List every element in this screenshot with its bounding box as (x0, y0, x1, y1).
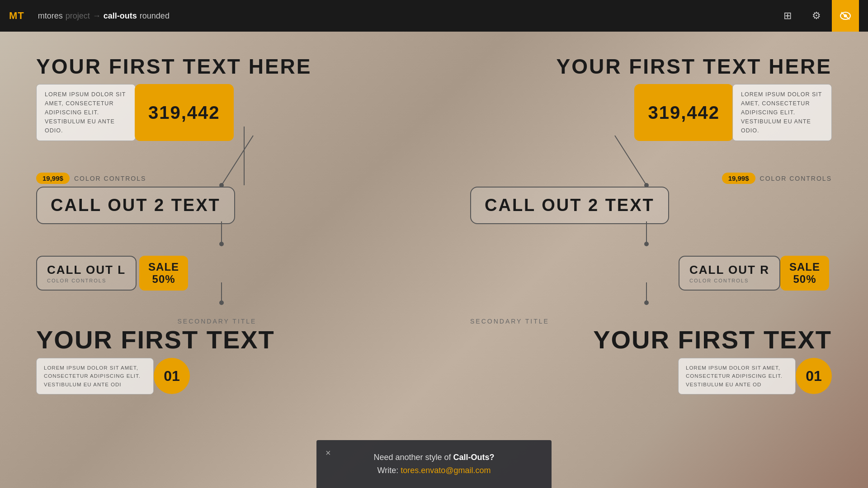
breadcrumb-callouts: call-outs (104, 11, 137, 21)
right-callout3-main: CALL OUT R (689, 263, 769, 277)
right-top-number: 319,442 (634, 84, 733, 141)
right-callout3: SALE 50% CALL OUT R COLOR CONTROLS (470, 256, 832, 291)
left-top-title: YOUR FIRST TEXT HERE (36, 54, 398, 79)
left-bottom-callout: SECONDARY TITLE YOUR FIRST TEXT LOREM IP… (36, 318, 398, 394)
left-price-badge: 19,99$ (36, 173, 70, 184)
add-button[interactable]: ⊞ (774, 0, 801, 32)
left-bottom-number: 01 (154, 358, 190, 394)
breadcrumb: mtores project → call-outs rounded (38, 11, 170, 21)
left-top-description: LOREM IPSUM DOLOR SIT AMET, CONSECTETUR … (36, 84, 136, 141)
breadcrumb-project-label: project (66, 11, 90, 21)
logo-mt: MT (9, 10, 24, 22)
notification-line1: Need another style of Call-Outs? (339, 451, 529, 464)
right-callout3-text: CALL OUT R COLOR CONTROLS (679, 256, 780, 291)
notification-email[interactable]: tores.envato@gmail.com (401, 466, 491, 475)
right-bottom-title: YOUR FIRST TEXT (470, 325, 832, 354)
right-bottom-callout: SECONDARY TITLE YOUR FIRST TEXT 01 LOREM… (470, 318, 832, 394)
left-callout3-sale: SALE 50% (139, 256, 188, 291)
header-actions: ⊞ ⚙ (774, 0, 859, 32)
breadcrumb-rounded: rounded (140, 11, 170, 21)
right-top-callout: YOUR FIRST TEXT HERE LOREM IPSUM DOLOR S… (470, 54, 832, 141)
notification-pre: Need another style of (373, 453, 453, 462)
left-callout3: CALL OUT L COLOR CONTROLS SALE 50% (36, 256, 398, 291)
left-callout2-box: CALL OUT 2 TEXT (36, 187, 235, 224)
left-bottom-row: LOREM IPSUM DOLOR SIT AMET, CONSECTETUR … (36, 358, 398, 394)
right-column: YOUR FIRST TEXT HERE LOREM IPSUM DOLOR S… (470, 54, 832, 488)
right-bottom-secondary: SECONDARY TITLE (470, 318, 832, 325)
settings-button[interactable]: ⚙ (803, 0, 830, 32)
notification-banner: × Need another style of Call-Outs? Write… (316, 440, 552, 488)
right-top-description: LOREM IPSUM DOLOR SIT AMET, CONSECTETUR … (732, 84, 832, 141)
notification-close[interactable]: × (326, 446, 331, 460)
main-content: YOUR FIRST TEXT HERE LOREM IPSUM DOLOR S… (0, 32, 868, 488)
right-top-row: LOREM IPSUM DOLOR SIT AMET, CONSECTETUR … (470, 84, 832, 141)
right-bottom-description: LOREM IPSUM DOLOR SIT AMET, CONSECTETUR … (678, 358, 796, 394)
left-top-row: LOREM IPSUM DOLOR SIT AMET, CONSECTETUR … (36, 84, 398, 141)
left-color-controls-label: COLOR CONTROLS (74, 175, 146, 182)
breadcrumb-arrow: → (93, 11, 101, 21)
notification-write: Write: (377, 466, 401, 475)
notification-bold: Call-Outs? (453, 453, 495, 462)
left-bottom-title: YOUR FIRST TEXT (36, 325, 398, 354)
left-sale-label: SALE (148, 261, 179, 273)
right-top-title: YOUR FIRST TEXT HERE (470, 54, 832, 79)
left-callout2-label-row: 19,99$ COLOR CONTROLS (36, 173, 398, 184)
eye-button[interactable] (832, 0, 859, 32)
left-callout3-sub: COLOR CONTROLS (47, 278, 126, 283)
header: MT mtores project → call-outs rounded ⊞ … (0, 0, 868, 32)
right-sale-label: SALE (789, 261, 820, 273)
right-color-controls-label: COLOR CONTROLS (760, 175, 832, 182)
left-top-number: 319,442 (135, 84, 234, 141)
right-sale-value: 50% (793, 273, 816, 285)
left-top-callout: YOUR FIRST TEXT HERE LOREM IPSUM DOLOR S… (36, 54, 398, 141)
breadcrumb-username: mtores (38, 11, 63, 21)
logo-area: MT (9, 10, 24, 22)
left-bottom-description: LOREM IPSUM DOLOR SIT AMET, CONSECTETUR … (36, 358, 154, 394)
left-callout2: 19,99$ COLOR CONTROLS CALL OUT 2 TEXT (36, 173, 398, 224)
left-column: YOUR FIRST TEXT HERE LOREM IPSUM DOLOR S… (36, 54, 398, 488)
left-callout3-text: CALL OUT L COLOR CONTROLS (36, 256, 137, 291)
right-bottom-row: 01 LOREM IPSUM DOLOR SIT AMET, CONSECTET… (470, 358, 832, 394)
right-callout3-sub: COLOR CONTROLS (689, 278, 769, 283)
right-callout3-sale: SALE 50% (780, 256, 829, 291)
left-callout3-main: CALL OUT L (47, 263, 126, 277)
right-callout2-label-row: COLOR CONTROLS 19,99$ (470, 173, 832, 184)
right-callout2: COLOR CONTROLS 19,99$ CALL OUT 2 TEXT (470, 173, 832, 224)
right-bottom-number: 01 (796, 358, 832, 394)
left-sale-value: 50% (152, 273, 175, 285)
right-callout2-box: CALL OUT 2 TEXT (470, 187, 669, 224)
right-price-badge: 19,99$ (722, 173, 755, 184)
left-bottom-secondary: SECONDARY TITLE (36, 318, 398, 325)
notification-line2: Write: tores.envato@gmail.com (339, 464, 529, 477)
